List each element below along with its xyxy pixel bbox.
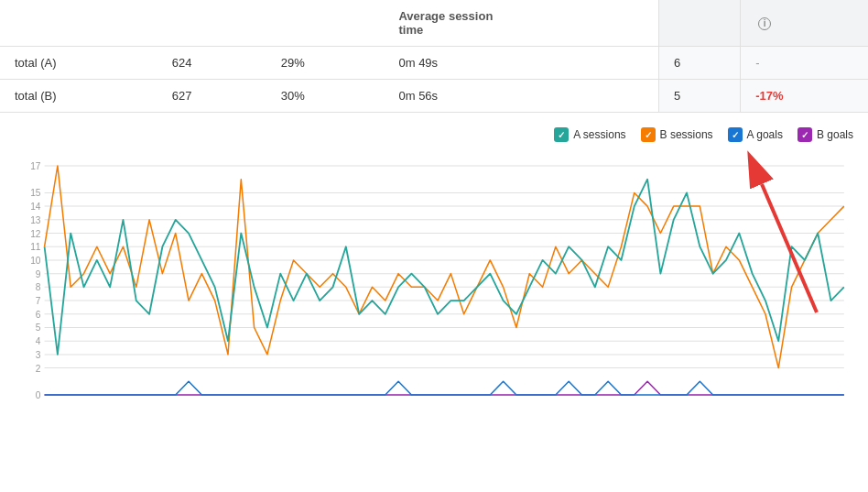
variant-cell: total (A): [0, 47, 157, 80]
scrolls-header: [266, 0, 385, 47]
improvement-dash: -: [755, 56, 759, 70]
legend-label: A sessions: [573, 128, 625, 141]
svg-text:12: 12: [30, 229, 41, 239]
ab-test-table: Average sessiontime i total (A) 624 29% …: [0, 0, 868, 113]
svg-text:8: 8: [36, 282, 41, 292]
svg-text:2: 2: [36, 364, 41, 374]
sessions-chart: 02345678910111213141517: [15, 157, 853, 413]
goal-url-header: [658, 0, 740, 47]
svg-text:14: 14: [30, 202, 41, 212]
svg-text:17: 17: [30, 161, 41, 171]
improvement-cell: -: [741, 47, 868, 80]
svg-text:9: 9: [36, 269, 41, 279]
legend-item[interactable]: ✓ B sessions: [641, 127, 713, 142]
svg-text:11: 11: [30, 242, 41, 252]
avg-time-cell: 0m 56s: [384, 80, 658, 113]
improvement-header: i: [741, 0, 868, 47]
variant-cell: total (B): [0, 80, 157, 113]
svg-text:7: 7: [36, 296, 41, 306]
legend-label: A goals: [747, 128, 783, 141]
svg-text:3: 3: [36, 350, 41, 360]
sessions-count-header: [157, 0, 266, 47]
avg-time-cell: 0m 49s: [384, 47, 658, 80]
legend-label: B sessions: [660, 128, 713, 141]
improvement-cell: -17%: [741, 80, 868, 113]
goal-cell: 5: [658, 80, 740, 113]
improvement-value: -17%: [755, 89, 783, 103]
legend-item[interactable]: ✓ B goals: [797, 127, 853, 142]
table-row: total (A) 624 29% 0m 49s 6 -: [0, 47, 868, 80]
chart-legend: ✓ A sessions ✓ B sessions ✓ A goals ✓ B …: [554, 127, 853, 142]
svg-text:13: 13: [30, 215, 41, 225]
legend-check-icon: ✓: [641, 127, 656, 142]
table-row: total (B) 627 30% 0m 56s 5 -17%: [0, 80, 868, 113]
svg-text:5: 5: [36, 323, 41, 333]
legend-check-icon: ✓: [728, 127, 743, 142]
chart-section: ✓ A sessions ✓ B sessions ✓ A goals ✓ B …: [0, 113, 868, 421]
svg-text:6: 6: [36, 310, 41, 320]
scrolls-cell: 29%: [266, 47, 385, 80]
legend-label: B goals: [817, 128, 853, 141]
svg-text:4: 4: [36, 336, 41, 346]
legend-item[interactable]: ✓ A goals: [728, 127, 783, 142]
svg-text:15: 15: [30, 188, 41, 198]
legend-check-icon: ✓: [554, 127, 569, 142]
variants-header: [0, 0, 157, 47]
sessions-cell: 624: [157, 47, 266, 80]
chart-container: 02345678910111213141517: [15, 157, 853, 413]
svg-text:10: 10: [30, 256, 41, 266]
avg-session-header: Average sessiontime: [384, 0, 658, 47]
scrolls-cell: 30%: [266, 80, 385, 113]
svg-text:0: 0: [36, 390, 41, 400]
legend-check-icon: ✓: [797, 127, 812, 142]
improvement-info-icon[interactable]: i: [758, 17, 771, 30]
sessions-cell: 627: [157, 80, 266, 113]
legend-item[interactable]: ✓ A sessions: [554, 127, 625, 142]
goal-cell: 6: [658, 47, 740, 80]
